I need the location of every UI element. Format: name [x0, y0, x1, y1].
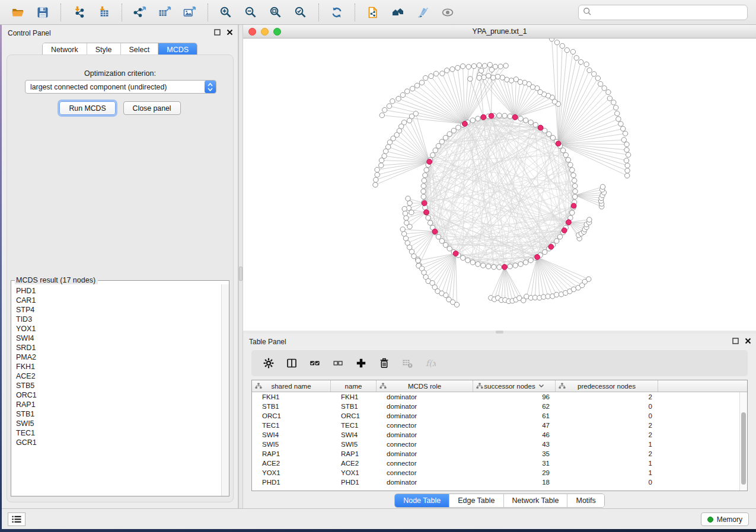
tab-node-table[interactable]: Node Table	[395, 494, 449, 507]
cell-mcds_role[interactable]: dominator	[377, 402, 473, 411]
cell-mcds_role[interactable]: connector	[377, 468, 473, 477]
column-header-predecessor-nodes[interactable]: predecessor nodes	[556, 380, 658, 392]
table-row[interactable]: PHD1PHD1dominator180	[252, 477, 747, 487]
cell-name[interactable]: FKH1	[331, 392, 377, 402]
mcds-result-item[interactable]: PHD1	[16, 286, 229, 296]
cell-predecessor_nodes[interactable]: 1	[556, 468, 658, 477]
column-header-successor-nodes[interactable]: successor nodes	[473, 380, 556, 392]
cell-predecessor_nodes[interactable]: 1	[556, 440, 658, 449]
cell-shared_name[interactable]: RAP1	[252, 449, 331, 459]
table-row[interactable]: TEC1TEC1connector472	[252, 421, 747, 430]
cell-mcds_role[interactable]: dominator	[377, 430, 473, 440]
zoom-in-button[interactable]	[216, 2, 236, 23]
mcds-result-item[interactable]: TID3	[16, 315, 229, 324]
zoom-fit-button[interactable]	[266, 2, 286, 23]
cell-shared_name[interactable]: ACE2	[252, 459, 331, 468]
vertical-splitter[interactable]	[238, 25, 243, 508]
table-row[interactable]: SWI4SWI4dominator462	[252, 430, 747, 440]
cell-shared_name[interactable]: ORC1	[252, 411, 331, 421]
mcds-result-item[interactable]: GCR1	[16, 438, 229, 447]
cell-shared_name[interactable]: STB1	[252, 402, 331, 411]
cell-mcds_role[interactable]: connector	[377, 421, 473, 430]
delete-column-button[interactable]	[375, 354, 393, 372]
table-row[interactable]: FKH1FKH1dominator962	[252, 392, 747, 402]
cell-shared_name[interactable]: FKH1	[252, 392, 331, 402]
add-column-button[interactable]	[352, 354, 370, 372]
settings-gear-button[interactable]	[260, 354, 277, 372]
network-graph[interactable]	[243, 39, 756, 331]
tab-edge-table[interactable]: Edge Table	[449, 494, 503, 507]
close-panel-icon[interactable]	[227, 29, 233, 36]
close-panel-button[interactable]: Close panel	[123, 101, 181, 115]
cell-shared_name[interactable]: SWI4	[252, 430, 331, 440]
network-canvas[interactable]	[243, 39, 756, 331]
mcds-result-item[interactable]: STB1	[16, 409, 229, 419]
table-row[interactable]: RAP1RAP1dominator352	[252, 449, 747, 459]
cell-name[interactable]: TEC1	[331, 421, 377, 430]
optimization-criterion-select[interactable]: largest connected component (undirected)	[25, 80, 216, 94]
mcds-result-list[interactable]: PHD1CAR1STP4TID3YOX1SWI4SRD1PMA2FKH1ACE2…	[11, 284, 229, 496]
mcds-result-item[interactable]: SRD1	[16, 343, 229, 352]
cell-predecessor_nodes[interactable]: 0	[556, 402, 658, 411]
cell-name[interactable]: YOX1	[331, 468, 377, 477]
memory-button[interactable]: Memory	[701, 512, 749, 526]
cell-mcds_role[interactable]: dominator	[377, 449, 473, 459]
zoom-out-button[interactable]	[241, 2, 261, 23]
column-header-name[interactable]: name	[331, 380, 377, 392]
deselect-all-checkboxes-button[interactable]	[329, 354, 347, 372]
mcds-result-item[interactable]: PMA2	[16, 352, 229, 362]
mcds-result-item[interactable]: YOX1	[16, 324, 229, 334]
marker-off-button[interactable]	[413, 2, 433, 23]
table-row[interactable]: STB1STB1dominator620	[252, 402, 747, 411]
cell-name[interactable]: ACE2	[331, 459, 377, 468]
table-row[interactable]: SWI5SWI5connector431	[252, 440, 747, 449]
run-mcds-button[interactable]: Run MCDS	[59, 101, 115, 115]
cell-predecessor_nodes[interactable]: 2	[556, 449, 658, 459]
import-table-button[interactable]	[94, 2, 114, 23]
cell-shared_name[interactable]: SWI5	[252, 440, 331, 449]
cell-successor_nodes[interactable]: 31	[473, 459, 556, 468]
cell-predecessor_nodes[interactable]: 0	[556, 411, 658, 421]
table-row[interactable]: YOX1YOX1connector291	[252, 468, 747, 477]
mcds-result-item[interactable]: ACE2	[16, 371, 229, 381]
cell-name[interactable]: ORC1	[331, 411, 377, 421]
cell-successor_nodes[interactable]: 18	[473, 477, 556, 487]
task-history-button[interactable]	[8, 512, 25, 526]
cell-shared_name[interactable]: YOX1	[252, 468, 331, 477]
mcds-list-scrollbar[interactable]	[221, 284, 229, 496]
cell-mcds_role[interactable]: connector	[377, 440, 473, 449]
cell-name[interactable]: PHD1	[331, 477, 377, 487]
mcds-result-item[interactable]: TEC1	[16, 428, 229, 438]
open-session-button[interactable]	[8, 2, 28, 23]
splitter-grip[interactable]	[239, 267, 243, 281]
export-image-button[interactable]	[180, 2, 200, 23]
cell-predecessor_nodes[interactable]: 2	[556, 392, 658, 402]
cell-predecessor_nodes[interactable]: 0	[556, 477, 658, 487]
cell-mcds_role[interactable]: dominator	[377, 392, 473, 402]
refresh-button[interactable]	[327, 2, 347, 23]
eye-button[interactable]	[438, 2, 458, 23]
select-all-checkboxes-button[interactable]	[306, 354, 324, 372]
search-input[interactable]	[595, 7, 747, 18]
cell-mcds_role[interactable]: dominator	[377, 411, 473, 421]
mcds-result-item[interactable]: SWI4	[16, 334, 229, 343]
search-box[interactable]	[578, 5, 748, 20]
cell-shared_name[interactable]: TEC1	[252, 421, 331, 430]
mcds-result-item[interactable]: STP4	[16, 305, 229, 315]
mcds-result-item[interactable]: ORC1	[16, 390, 229, 400]
tab-network-table[interactable]: Network Table	[503, 494, 567, 507]
cell-mcds_role[interactable]: connector	[377, 459, 473, 468]
cell-successor_nodes[interactable]: 96	[473, 392, 556, 402]
cell-successor_nodes[interactable]: 46	[473, 430, 556, 440]
tab-motifs[interactable]: Motifs	[567, 494, 604, 507]
mcds-result-item[interactable]: RAP1	[16, 400, 229, 409]
table-scrollbar[interactable]	[739, 392, 747, 491]
close-panel-icon[interactable]	[745, 338, 751, 344]
network-window-titlebar[interactable]: YPA_prune.txt_1	[243, 25, 756, 39]
cell-successor_nodes[interactable]: 61	[473, 411, 556, 421]
cell-mcds_role[interactable]: dominator	[377, 477, 473, 487]
cell-successor_nodes[interactable]: 43	[473, 440, 556, 449]
cell-predecessor_nodes[interactable]: 2	[556, 421, 658, 430]
cell-name[interactable]: SWI4	[331, 430, 377, 440]
table-row[interactable]: ACE2ACE2connector311	[252, 459, 747, 468]
